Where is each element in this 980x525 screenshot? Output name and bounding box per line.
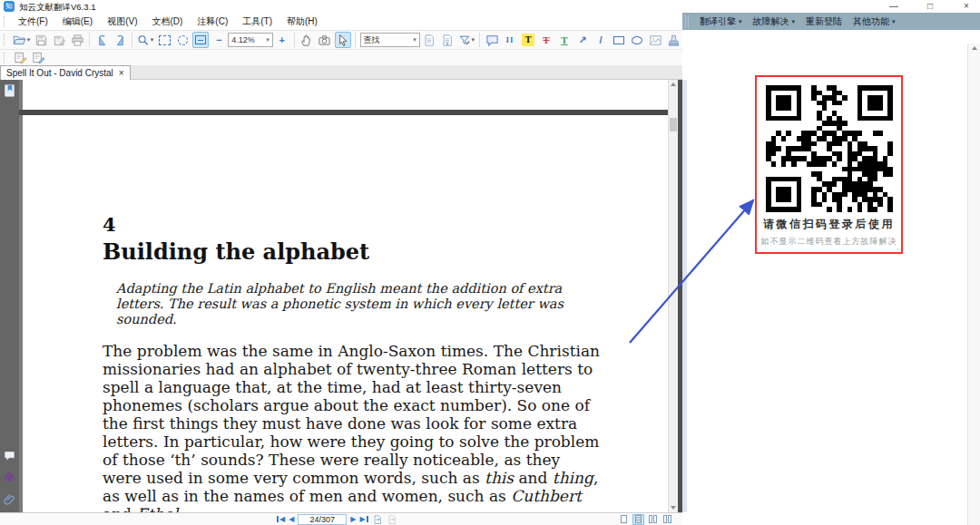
rotate-left-button[interactable] — [93, 32, 110, 48]
image-annotation-button[interactable] — [647, 32, 663, 48]
facing-pages-icon — [649, 515, 657, 523]
line-tool-button[interactable]: / — [593, 32, 609, 48]
attachments-panel-button[interactable] — [3, 492, 16, 510]
open-file-button[interactable]: ▾ — [12, 32, 31, 48]
chevron-down-icon[interactable]: ▾ — [27, 36, 31, 44]
filter-icon — [458, 34, 471, 47]
title-bar: 知 知云文献翻译V6.3.1 — □ × — [0, 0, 980, 14]
line-annotation-icon: / — [599, 34, 602, 45]
menu-item-6[interactable]: 帮助(H) — [279, 14, 325, 30]
edit-annotation-style-button[interactable] — [30, 50, 46, 66]
first-page-button[interactable]: ◀ — [277, 513, 285, 525]
strikethrough-tool-button[interactable]: T — [538, 32, 554, 48]
select-text-button[interactable] — [335, 32, 351, 48]
bookmarks-panel-button[interactable] — [3, 83, 16, 102]
qr-caption: 请微信扫码登录后使用 — [757, 217, 901, 232]
comment-tool-button[interactable] — [484, 32, 500, 48]
insert-text-tool-button[interactable]: II — [502, 32, 518, 48]
zoom-level-combobox[interactable]: 4.12% ▾ — [228, 33, 272, 47]
search-input[interactable]: 查找 ▾ — [360, 33, 420, 47]
qr-note: 如不显示二维码查看上方故障解决 — [757, 236, 901, 248]
search-next-result-button[interactable] — [439, 32, 456, 48]
scroll-up-icon[interactable] — [671, 83, 676, 86]
arrow-tool-button[interactable]: ↗ — [574, 32, 591, 48]
highlight-icon: T — [522, 34, 534, 46]
previous-view-button[interactable] — [372, 514, 383, 525]
document-tab[interactable]: Spell It Out - David Crystal × — [0, 65, 131, 80]
panel-menu-item-3[interactable]: 其他功能▾ — [848, 15, 901, 28]
menu-item-3[interactable]: 文档(D) — [144, 14, 190, 30]
next-view-button[interactable] — [387, 514, 397, 525]
search-prev-result-button[interactable] — [421, 32, 437, 48]
chapter-number: 4 — [103, 213, 611, 236]
dynamic-zoom-icon — [178, 35, 188, 45]
single-page-icon — [621, 515, 627, 523]
maximize-button[interactable]: □ — [924, 0, 936, 13]
close-button[interactable]: × — [960, 0, 973, 13]
chevron-down-icon[interactable]: ▾ — [472, 36, 475, 44]
scroll-up-icon[interactable] — [972, 46, 977, 50]
menu-item-5[interactable]: 工具(T) — [235, 14, 279, 30]
page-number-input[interactable]: 24/307 — [298, 514, 347, 525]
rotate-right-button[interactable] — [112, 32, 128, 48]
page-search-next-icon — [441, 34, 454, 47]
highlight-tool-button[interactable]: T — [520, 32, 536, 48]
save-as-button[interactable] — [51, 32, 67, 48]
hand-tool-button[interactable] — [299, 32, 315, 48]
menu-item-1[interactable]: 编辑(E) — [55, 14, 100, 30]
last-page-button[interactable]: ▶ — [359, 513, 368, 525]
next-page-button[interactable]: ▶ — [350, 513, 356, 525]
edit-annotation-button[interactable] — [12, 50, 28, 66]
toolbar-grip — [4, 53, 6, 63]
facing-view-button[interactable] — [647, 514, 659, 525]
scroll-down-icon[interactable] — [671, 506, 676, 510]
chapter-title: Building the alphabet — [103, 238, 611, 265]
panel-grip — [685, 15, 689, 27]
stamp-tool-button[interactable] — [665, 32, 681, 48]
panel-scrollbar[interactable] — [967, 44, 980, 525]
oval-tool-button[interactable] — [629, 32, 645, 48]
filter-annotations-button[interactable]: ▾ — [457, 32, 475, 48]
view-mode-switcher — [618, 513, 673, 525]
dynamic-zoom-button[interactable] — [174, 32, 191, 48]
minimize-button[interactable]: — — [887, 0, 900, 13]
previous-view-icon — [372, 514, 383, 525]
stamp-icon — [667, 34, 681, 47]
previous-page-button[interactable]: ◀ — [289, 513, 294, 525]
tab-close-icon[interactable]: × — [119, 68, 124, 78]
zoom-out-button[interactable]: − — [211, 32, 227, 48]
menu-item-0[interactable]: 文件(F) — [11, 14, 55, 30]
app-logo-icon: 知 — [4, 1, 15, 12]
underline-tool-button[interactable]: T — [556, 32, 573, 48]
zoom-in-button[interactable]: + — [274, 32, 290, 48]
tab-label: Spell It Out - David Crystal — [6, 68, 113, 78]
chevron-down-icon[interactable]: ▾ — [262, 36, 270, 44]
document-scrollbar[interactable] — [668, 80, 678, 512]
single-page-view-button[interactable] — [618, 514, 630, 525]
rectangle-tool-button[interactable] — [611, 32, 627, 48]
chevron-down-icon: ▾ — [739, 18, 742, 25]
comments-panel-button[interactable] — [3, 449, 16, 465]
print-button[interactable] — [69, 32, 85, 48]
panel-menu-item-2[interactable]: 重新登陆 — [800, 15, 848, 28]
fit-width-button[interactable] — [192, 32, 209, 48]
scrollbar-thumb[interactable] — [670, 118, 677, 131]
chevron-down-icon[interactable]: ▾ — [409, 36, 416, 44]
facing-continuous-view-button[interactable] — [662, 514, 673, 525]
chevron-down-icon[interactable]: ▾ — [151, 36, 154, 44]
menu-item-4[interactable]: 注释(C) — [190, 14, 235, 30]
continuous-view-button[interactable] — [632, 514, 644, 525]
toolbar-secondary — [0, 50, 682, 65]
marquee-zoom-button[interactable] — [156, 32, 172, 48]
panel-menu-item-1[interactable]: 故障解决▾ — [748, 15, 801, 28]
panel-menu-item-0[interactable]: 翻译引擎▾ — [694, 15, 748, 28]
oval-icon — [632, 36, 642, 44]
menu-item-2[interactable]: 视图(V) — [100, 14, 144, 30]
zoom-tool-button[interactable]: ▾ — [136, 32, 154, 48]
comment-bubble-icon — [485, 34, 499, 47]
snapshot-button[interactable] — [317, 32, 333, 48]
qr-login-box: 请微信扫码登录后使用 如不显示二维码查看上方故障解决 — [755, 75, 903, 254]
chevron-down-icon: ▾ — [892, 18, 896, 25]
stamps-panel-button[interactable] — [3, 471, 16, 487]
save-button[interactable] — [33, 32, 49, 48]
